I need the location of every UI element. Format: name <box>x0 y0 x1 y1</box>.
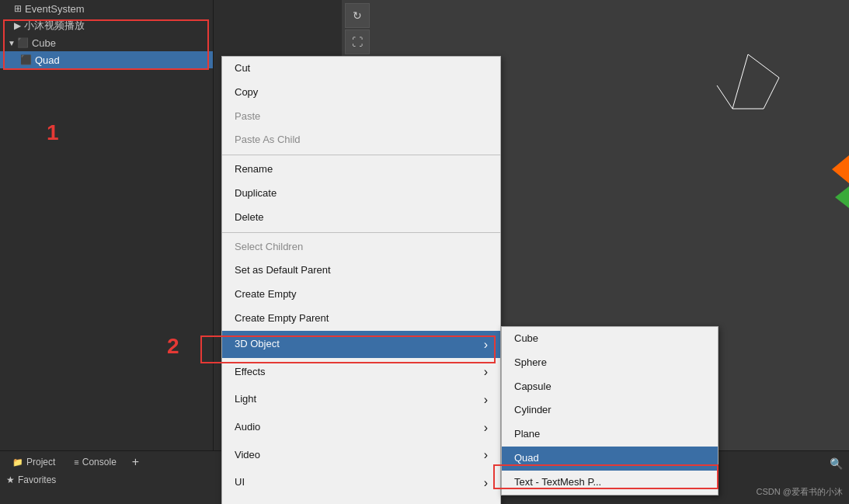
scene-geometry <box>632 47 787 163</box>
divider-2 <box>222 232 500 233</box>
submenu-sphere[interactable]: Sphere <box>502 351 718 375</box>
menu-3d-object[interactable]: 3D Object <box>222 331 500 359</box>
scene-btn-maximize[interactable]: ⛶ <box>345 30 370 54</box>
menu-rename[interactable]: Rename <box>222 158 500 182</box>
menu-video[interactable]: Video <box>222 441 500 469</box>
quad-icon: ⬛ <box>20 54 32 65</box>
label-2: 2 <box>167 334 179 359</box>
cube-icon: ⬛ <box>17 37 29 48</box>
submenu-quad[interactable]: Quad <box>502 447 718 471</box>
menu-select-children: Select Children <box>222 235 500 259</box>
hierarchy-panel: ⊞ EventSystem ▶ 小沐视频播放 ▼ ⬛ Cube ⬛ Quad <box>0 0 214 450</box>
eventsystem-icon: ⊞ <box>14 3 22 14</box>
menu-effects[interactable]: Effects <box>222 358 500 386</box>
hierarchy-item-video[interactable]: ▶ 小沐视频播放 <box>0 17 213 34</box>
menu-light[interactable]: Light <box>222 386 500 414</box>
menu-paste-as-child: Paste As Child <box>222 128 500 152</box>
tab-console[interactable]: ≡ Console <box>68 454 122 470</box>
label-1: 1 <box>47 120 59 145</box>
menu-duplicate[interactable]: Duplicate <box>222 182 500 206</box>
svg-line-0 <box>732 54 748 109</box>
submenu-capsule[interactable]: Capsule <box>502 375 718 399</box>
tab-project[interactable]: 📁 Project <box>6 454 61 470</box>
green-arrow-icon <box>835 186 849 208</box>
expand-arrow: ▼ <box>8 39 16 47</box>
divider-1 <box>222 155 500 155</box>
orange-arrow-icon <box>832 155 849 183</box>
search-icon[interactable]: 🔍 <box>830 457 843 470</box>
menu-create-empty[interactable]: Create Empty <box>222 283 500 307</box>
submenu-plane[interactable]: Plane <box>502 422 718 447</box>
console-icon: ≡ <box>74 457 78 467</box>
submenu-cube[interactable]: Cube <box>502 327 718 351</box>
menu-set-default-parent[interactable]: Set as Default Parent <box>222 259 500 283</box>
hierarchy-item-eventsystem[interactable]: ⊞ EventSystem <box>0 0 213 17</box>
star-icon: ★ <box>6 474 15 485</box>
folder-icon: 📁 <box>12 457 23 468</box>
menu-ui-toolkit[interactable]: UI Toolkit <box>222 496 500 504</box>
scene-btn-rotate[interactable]: ↻ <box>345 3 370 28</box>
submenu-textmesh[interactable]: Text - TextMesh P... <box>502 471 718 495</box>
menu-ui[interactable]: UI <box>222 469 500 497</box>
hierarchy-item-quad[interactable]: ⬛ Quad <box>0 51 213 68</box>
menu-delete[interactable]: Delete <box>222 206 500 230</box>
menu-paste: Paste <box>222 105 500 129</box>
hierarchy-item-cube[interactable]: ▼ ⬛ Cube <box>0 34 213 51</box>
menu-create-empty-parent[interactable]: Create Empty Parent <box>222 307 500 331</box>
submenu-cylinder[interactable]: Cylinder <box>502 398 718 422</box>
menu-cut[interactable]: Cut <box>222 57 500 81</box>
context-menu: Cut Copy Paste Paste As Child Rename Dup… <box>221 56 501 504</box>
menu-copy[interactable]: Copy <box>222 81 500 105</box>
menu-audio[interactable]: Audio <box>222 414 500 442</box>
add-tab-button[interactable]: + <box>129 455 142 469</box>
submenu-3d-object: Cube Sphere Capsule Cylinder Plane Quad … <box>501 326 719 495</box>
video-icon: ▶ <box>14 20 21 31</box>
watermark: CSDN @爱看书的小沐 <box>757 486 843 498</box>
